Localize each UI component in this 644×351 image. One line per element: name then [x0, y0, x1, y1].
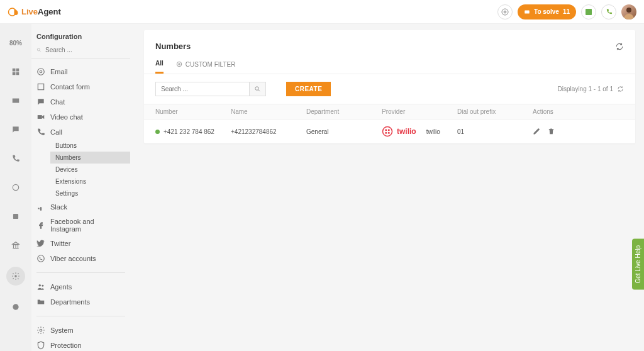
svg-point-21 [40, 329, 42, 332]
star-icon [11, 303, 20, 311]
rail-chat[interactable] [8, 122, 23, 137]
sidebar-item-label: Buttons [55, 142, 77, 149]
table-search-button[interactable] [250, 82, 266, 96]
svg-rect-7 [16, 72, 19, 75]
svg-rect-5 [16, 69, 19, 72]
cell-department: General [306, 128, 382, 135]
rail-mail[interactable] [8, 93, 23, 108]
rail-phone[interactable] [8, 151, 23, 166]
svg-point-25 [385, 129, 387, 131]
col-name[interactable]: Name [231, 108, 306, 115]
table-row[interactable]: +421 232 784 862 +421232784862 General t… [144, 120, 635, 143]
table-header: Number Name Department Provider Dial out… [144, 104, 635, 120]
delete-icon[interactable] [548, 128, 555, 135]
rail-people[interactable] [8, 209, 23, 224]
sidebar-sub-settings[interactable]: Settings [50, 187, 130, 199]
video-icon [36, 113, 45, 121]
col-dialout[interactable]: Dial out prefix [457, 108, 533, 115]
numbers-table: Number Name Department Provider Dial out… [144, 104, 635, 143]
rail-reports[interactable] [8, 238, 23, 253]
sidebar-sub-buttons[interactable]: Buttons [50, 140, 130, 152]
logo[interactable]: LiveAgent [8, 6, 61, 18]
svg-point-24 [383, 127, 392, 136]
twitter-icon [36, 239, 45, 248]
sidebar-item-system[interactable]: System [31, 323, 130, 338]
sidebar-item-label: System [50, 326, 74, 334]
sidebar-search-input[interactable] [45, 47, 125, 53]
sidebar-item-label: Viber accounts [50, 255, 96, 262]
sidebar-item-chat[interactable]: Chat [31, 94, 130, 109]
display-info: Displaying 1 - 1 of 1 [558, 86, 624, 92]
tab-all[interactable]: All [155, 60, 164, 74]
sidebar-search[interactable] [31, 45, 130, 59]
sidebar-item-departments[interactable]: Departments [31, 294, 130, 309]
sidebar-item-email[interactable]: Email [31, 64, 130, 79]
twilio-icon [382, 126, 393, 137]
create-button[interactable]: CREATE [286, 82, 331, 96]
cell-name: +421232784862 [231, 128, 306, 135]
svg-rect-17 [38, 115, 42, 119]
sidebar-item-call[interactable]: Call [31, 125, 130, 140]
cell-number: +421 232 784 862 [155, 128, 231, 135]
rail-loading[interactable] [8, 180, 23, 195]
header-actions: To solve 11 [497, 4, 636, 20]
add-button[interactable] [497, 4, 513, 20]
col-department[interactable]: Department [306, 108, 382, 115]
tab-custom-filter[interactable]: CUSTOM FILTER [176, 60, 236, 74]
avatar-image [621, 4, 636, 20]
live-help-tab[interactable]: Get Live Help [632, 239, 644, 290]
sidebar-sub-numbers[interactable]: Numbers [50, 152, 130, 164]
edit-icon[interactable] [533, 128, 540, 135]
sidebar-item-protection[interactable]: Protection [31, 338, 130, 351]
table-search-input[interactable] [155, 82, 250, 96]
sidebar-item-slack[interactable]: Slack [31, 199, 130, 214]
tosolve-button[interactable]: To solve 11 [518, 4, 576, 20]
filter-icon [176, 61, 182, 67]
toolbar: CREATE Displaying 1 - 1 of 1 [144, 74, 635, 104]
phone-icon [11, 154, 20, 163]
sidebar-item-twitter[interactable]: Twitter [31, 236, 130, 251]
sidebar-item-contact-form[interactable]: Contact form [31, 79, 130, 94]
col-provider[interactable]: Provider [382, 108, 457, 115]
svg-point-14 [38, 69, 45, 75]
sidebar-item-label: Numbers [55, 154, 81, 161]
rail-percent[interactable]: 80% [8, 35, 23, 50]
refresh-icon[interactable] [615, 42, 624, 51]
avatar[interactable] [621, 4, 636, 20]
rail-extensions[interactable] [8, 299, 23, 315]
sidebar-sub-devices[interactable]: Devices [50, 164, 130, 176]
svg-point-9 [13, 184, 18, 190]
svg-rect-16 [38, 84, 43, 89]
rail-dashboard[interactable] [8, 64, 23, 79]
svg-rect-2 [525, 10, 530, 13]
svg-point-11 [14, 275, 17, 277]
provider-brand: twilio [397, 127, 416, 136]
search-icon [254, 86, 261, 92]
flag-icon [586, 9, 592, 15]
chat-icon [36, 98, 45, 106]
numbers-card: Numbers All CUSTOM FILTER CREATE [144, 30, 635, 143]
status-button[interactable] [581, 4, 596, 20]
sidebar-item-label: Protection [50, 342, 82, 349]
logo-icon [8, 6, 19, 18]
sidebar-item-agents[interactable]: Agents [31, 279, 130, 294]
svg-point-28 [388, 132, 390, 134]
sidebar-sub-extensions[interactable]: Extensions [50, 176, 130, 187]
tosolve-label: To solve [534, 8, 559, 15]
refresh-icon[interactable] [617, 86, 624, 92]
sidebar-item-facebook[interactable]: Facebook and Instagram [31, 214, 130, 236]
display-info-text: Displaying 1 - 1 of 1 [558, 86, 613, 92]
svg-point-23 [255, 87, 259, 91]
cell-actions [533, 128, 583, 135]
rail-settings[interactable] [6, 267, 25, 286]
call-button[interactable] [601, 4, 616, 20]
slack-icon [36, 203, 45, 211]
col-number[interactable]: Number [155, 108, 231, 115]
bank-icon [11, 241, 20, 250]
nav-divider [36, 272, 125, 273]
sidebar-item-label: Agents [50, 283, 72, 291]
sidebar-item-video-chat[interactable]: Video chat [31, 109, 130, 125]
sidebar-item-viber[interactable]: Viber accounts [31, 251, 130, 266]
status-dot-icon [155, 130, 160, 134]
sidebar-item-label: Call [50, 128, 62, 136]
